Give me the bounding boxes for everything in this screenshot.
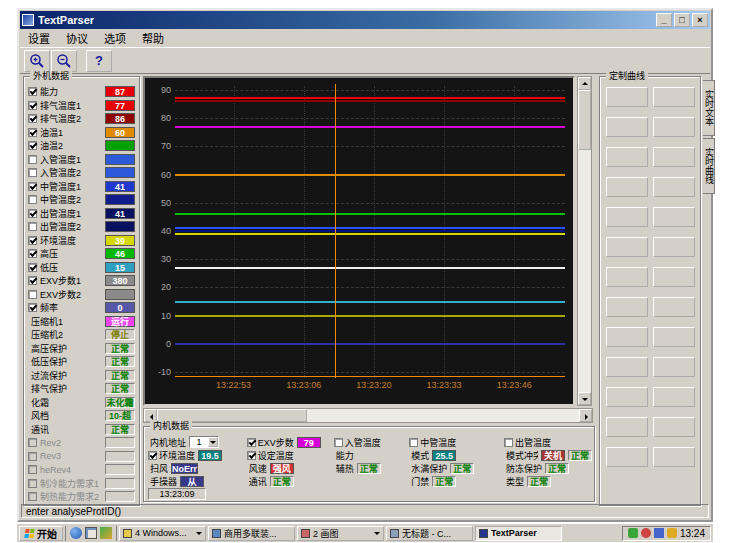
curve-slot[interactable] [606, 147, 648, 167]
taskbar-task-1[interactable]: 商用多联装... [208, 526, 295, 541]
curve-slot[interactable] [653, 447, 695, 467]
menu-item-0[interactable]: 设置 [20, 29, 58, 47]
curve-slot[interactable] [606, 387, 648, 407]
curve-slot[interactable] [653, 117, 695, 137]
checkbox[interactable] [28, 452, 37, 461]
checkbox[interactable] [504, 438, 513, 447]
curve-slot[interactable] [653, 177, 695, 197]
dropdown-arrow-icon[interactable] [208, 437, 218, 447]
curve-slot[interactable] [653, 387, 695, 407]
curve-slot[interactable] [606, 207, 648, 227]
curve-slot[interactable] [653, 327, 695, 347]
checkbox[interactable] [28, 236, 37, 245]
taskbar-task-3[interactable]: 无标题 - C... [386, 526, 473, 541]
checkbox[interactable] [28, 87, 37, 96]
internet-explorer-icon[interactable] [70, 527, 82, 539]
curve-slot[interactable] [606, 327, 648, 347]
side-tab-1[interactable]: 实时曲线 [703, 138, 715, 194]
task-buttons: 4 Windows...商用多联装...2 画图无标题 - C...TextPa… [119, 526, 620, 541]
checkbox[interactable] [28, 101, 37, 110]
curve-slot[interactable] [653, 87, 695, 107]
media-player-icon[interactable] [100, 527, 112, 539]
checkbox[interactable] [28, 263, 37, 272]
curve-slot[interactable] [606, 117, 648, 137]
scroll-track[interactable] [578, 150, 591, 392]
menu-item-1[interactable]: 协议 [58, 29, 96, 47]
checkbox[interactable] [247, 451, 256, 460]
show-desktop-icon[interactable] [85, 527, 97, 539]
indoor-field: 中管温度 [409, 436, 502, 448]
curve-slot[interactable] [653, 357, 695, 377]
checkbox[interactable] [28, 195, 37, 204]
curve-slot[interactable] [606, 357, 648, 377]
curve-slot[interactable] [653, 417, 695, 437]
checkbox[interactable] [28, 128, 37, 137]
curve-slot[interactable] [606, 87, 648, 107]
scheduler-icon[interactable] [667, 528, 677, 538]
taskbar-task-4[interactable]: TextParser [475, 526, 562, 541]
outdoor-row: 中管温度2 [26, 193, 137, 207]
indoor-address-select[interactable]: 1 [189, 436, 219, 448]
taskbar-task-0[interactable]: 4 Windows... [119, 526, 206, 541]
help-button[interactable]: ? [86, 50, 112, 72]
checkbox[interactable] [28, 276, 37, 285]
indoor-field-label: 手操器 [150, 475, 177, 488]
checkbox[interactable] [148, 451, 157, 460]
curve-slot[interactable] [606, 237, 648, 257]
curve-slot[interactable] [606, 447, 648, 467]
network-icon[interactable] [628, 528, 638, 538]
curve-slot[interactable] [606, 267, 648, 287]
checkbox[interactable] [28, 438, 37, 447]
curve-slot[interactable] [653, 267, 695, 287]
checkbox[interactable] [28, 155, 37, 164]
task-label: 4 Windows... [135, 528, 187, 538]
titlebar[interactable]: TextParser _ □ × [20, 11, 710, 29]
scroll-right-icon[interactable] [579, 409, 592, 422]
volume-icon[interactable] [641, 528, 651, 538]
maximize-button[interactable]: □ [674, 13, 690, 27]
scroll-up-icon[interactable] [578, 77, 591, 90]
checkbox[interactable] [247, 438, 256, 447]
checkbox[interactable] [28, 209, 37, 218]
value-badge [105, 451, 135, 462]
curve-slot[interactable] [606, 417, 648, 437]
antivirus-icon[interactable] [654, 528, 664, 538]
curve-slot[interactable] [606, 177, 648, 197]
task-window-icon [479, 529, 488, 538]
chart-horizontal-scrollbar[interactable] [143, 408, 593, 423]
side-tab-0[interactable]: 实时文本 [703, 80, 715, 136]
curve-slot[interactable] [606, 297, 648, 317]
checkbox[interactable] [28, 479, 37, 488]
checkbox[interactable] [334, 438, 343, 447]
scroll-down-icon[interactable] [578, 392, 591, 405]
curve-slot[interactable] [653, 297, 695, 317]
checkbox[interactable] [28, 141, 37, 150]
zoom-in-button[interactable] [24, 50, 50, 72]
checkbox[interactable] [409, 438, 418, 447]
checkbox[interactable] [28, 114, 37, 123]
scroll-track[interactable] [307, 409, 579, 422]
curve-slot[interactable] [653, 207, 695, 227]
checkbox[interactable] [28, 168, 37, 177]
checkbox[interactable] [28, 222, 37, 231]
chart-vertical-scrollbar[interactable] [577, 76, 592, 406]
minimize-button[interactable]: _ [656, 13, 672, 27]
start-button[interactable]: 开始 [19, 526, 63, 541]
tray-clock[interactable]: 13:24 [680, 528, 705, 539]
checkbox[interactable] [28, 182, 37, 191]
checkbox[interactable] [28, 465, 37, 474]
close-button[interactable]: × [692, 13, 708, 27]
menu-item-2[interactable]: 选项 [96, 29, 134, 47]
taskbar-task-2[interactable]: 2 画图 [297, 526, 384, 541]
checkbox[interactable] [28, 290, 37, 299]
zoom-out-button[interactable] [51, 50, 77, 72]
curve-slot[interactable] [653, 147, 695, 167]
vertical-scroll-thumb[interactable] [578, 90, 591, 150]
checkbox[interactable] [28, 249, 37, 258]
checkbox[interactable] [28, 492, 37, 501]
chart-y-tick: 80 [145, 113, 171, 123]
menu-item-3[interactable]: 帮助 [134, 29, 172, 47]
curve-slot[interactable] [653, 237, 695, 257]
checkbox[interactable] [28, 303, 37, 312]
chart-plot[interactable]: 9080706050403020100-1013:22:5313:23:0613… [143, 76, 575, 406]
